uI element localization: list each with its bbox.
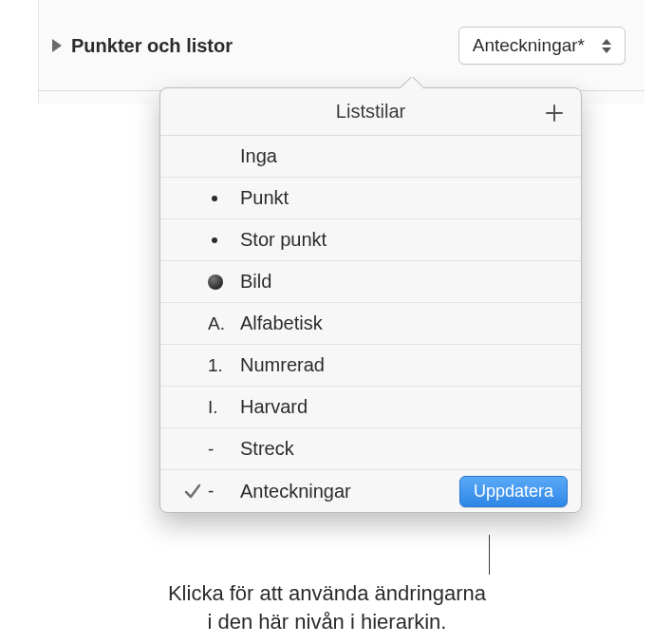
list-style-label: Anteckningar [240, 481, 459, 502]
popover-title: Liststilar [336, 101, 405, 123]
list-style-item[interactable]: -AnteckningarUppdatera [160, 470, 581, 512]
list-marker-text: - [208, 439, 214, 460]
list-style-label: Bild [240, 271, 568, 293]
list-marker-icon: - [208, 439, 240, 460]
list-style-item[interactable]: Stor punkt [160, 219, 581, 261]
list-style-item[interactable]: Bild [160, 261, 581, 303]
list-marker-icon [208, 196, 240, 201]
list-style-label: Stor punkt [240, 229, 568, 251]
list-marker-icon: 1. [208, 355, 240, 376]
list-styles-popover: Liststilar IngaPunktStor punktBildA.Alfa… [159, 87, 582, 513]
list-marker-icon [208, 237, 240, 243]
update-style-button[interactable]: Uppdatera [459, 476, 568, 507]
list-marker-icon: A. [208, 313, 240, 334]
disclosure-triangle-icon[interactable] [52, 39, 62, 52]
add-style-button[interactable] [541, 100, 568, 126]
list-style-item[interactable]: I.Harvard [160, 387, 581, 428]
plus-icon [544, 103, 565, 123]
list-marker-icon: I. [208, 397, 240, 418]
callout-line2: i den här nivån i hierarkin. [208, 610, 447, 634]
list-marker-text: I. [208, 397, 218, 418]
list-style-item[interactable]: -Streck [160, 428, 581, 470]
list-style-label: Alfabetisk [240, 313, 568, 334]
list-style-label: Harvard [240, 396, 568, 418]
list-marker-text: 1. [208, 355, 223, 376]
list-style-item[interactable]: Inga [160, 136, 581, 178]
stepper-arrows-icon [602, 39, 611, 53]
list-style-label: Punkt [240, 187, 568, 209]
callout-leader-line [489, 535, 490, 575]
list-style-item[interactable]: A.Alfabetisk [160, 303, 581, 345]
list-style-label: Streck [240, 438, 568, 460]
callout-line1: Klicka för att använda ändringarna [168, 581, 486, 605]
list-style-select-value: Anteckningar* [473, 35, 585, 56]
list-marker-text: - [208, 481, 214, 502]
list-marker-text: A. [208, 313, 225, 334]
popover-header: Liststilar [160, 88, 581, 136]
popover-pointer-icon [400, 77, 422, 88]
list-style-item[interactable]: Punkt [160, 178, 581, 219]
list-styles-container: IngaPunktStor punktBildA.Alfabetisk1.Num… [160, 136, 581, 512]
list-style-item[interactable]: 1.Numrerad [160, 345, 581, 387]
header-row: Punkter och listor Anteckningar* [52, 27, 626, 65]
section-label: Punkter och listor [71, 35, 233, 57]
list-style-label: Numrerad [240, 354, 568, 376]
checkmark-icon [178, 482, 208, 501]
list-style-label: Inga [240, 145, 568, 167]
callout-text: Klicka för att använda ändringarna i den… [0, 579, 654, 635]
list-marker-icon: - [208, 481, 240, 502]
list-style-select[interactable]: Anteckningar* [458, 27, 626, 65]
list-marker-icon [208, 275, 240, 290]
